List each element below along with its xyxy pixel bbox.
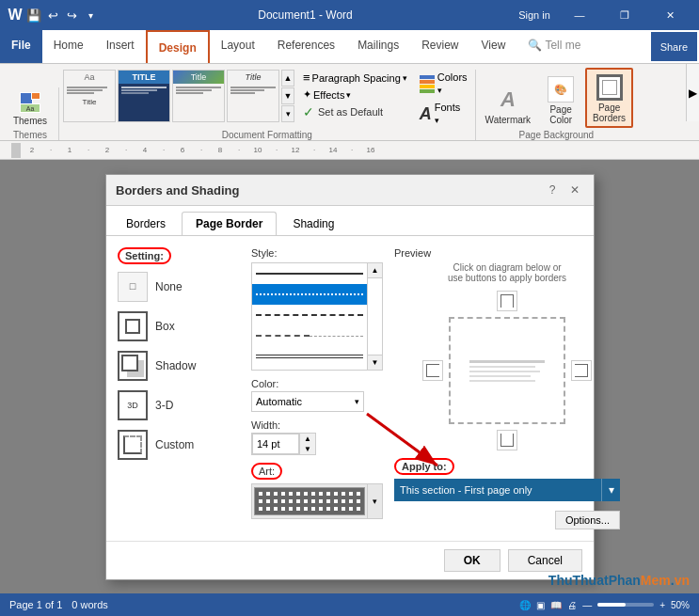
style-scroll-up[interactable]: ▲ bbox=[368, 263, 382, 278]
style-dashed[interactable] bbox=[252, 305, 367, 325]
paragraph-spacing-button[interactable]: ≡ Paragraph Spacing ▾ bbox=[300, 70, 410, 86]
style-dotted[interactable] bbox=[252, 284, 367, 305]
restore-button[interactable]: ❐ bbox=[603, 0, 646, 30]
color-select-container: Automatic ▾ bbox=[251, 391, 383, 412]
preview-right-button[interactable] bbox=[571, 360, 592, 381]
options-button[interactable]: Options... bbox=[555, 511, 620, 529]
setting-box[interactable]: Box bbox=[118, 311, 240, 341]
zoom-out-icon[interactable]: — bbox=[582, 600, 592, 610]
share-button[interactable]: Share bbox=[651, 32, 697, 61]
theme-item-plain[interactable]: Aa Title bbox=[63, 70, 116, 122]
page-borders-button[interactable]: PageBorders bbox=[585, 68, 633, 128]
zoom-slider[interactable] bbox=[597, 603, 654, 607]
setting-none[interactable]: ☐ None bbox=[118, 272, 240, 302]
ok-button[interactable]: OK bbox=[444, 549, 500, 572]
apply-to-select-container: This section - First page only ▾ bbox=[394, 479, 620, 501]
tab-tell-me[interactable]: 🔍 Tell me bbox=[516, 30, 592, 63]
set-as-default-button[interactable]: ✓ Set as Default bbox=[300, 103, 410, 120]
dialog-close-button[interactable]: ✕ bbox=[565, 181, 584, 199]
tab-borders[interactable]: Borders bbox=[112, 212, 180, 235]
ruler-marks: 2 · 1 · 2 · 4 · 6 · 8 · 10 · 12 · 14 · 1… bbox=[23, 146, 380, 154]
fonts-button[interactable]: A Fonts ▾ bbox=[416, 100, 471, 128]
minimize-button[interactable]: — bbox=[558, 0, 601, 30]
language-icon: 🌐 bbox=[519, 600, 531, 610]
preview-bottom-button[interactable] bbox=[497, 430, 517, 450]
tab-review[interactable]: Review bbox=[410, 30, 469, 63]
themes-button[interactable]: Aa Themes bbox=[8, 87, 53, 128]
redo-icon[interactable]: ↪ bbox=[64, 8, 79, 23]
save-icon[interactable]: 💾 bbox=[26, 8, 41, 23]
undo-icon[interactable]: ↩ bbox=[45, 8, 60, 23]
tab-design[interactable]: Design bbox=[146, 30, 210, 63]
watermark-icon: A bbox=[493, 85, 523, 115]
title-bar-right: Sign in — ❐ ✕ bbox=[513, 0, 691, 30]
style-list-container: ▲ ▼ bbox=[251, 262, 383, 371]
theme-item-3[interactable]: Title bbox=[172, 70, 225, 122]
color-select[interactable]: Automatic ▾ bbox=[251, 391, 364, 412]
tab-references[interactable]: References bbox=[266, 30, 346, 63]
width-decrease[interactable]: ▼ bbox=[300, 444, 315, 454]
setting-shadow[interactable]: Shadow bbox=[118, 351, 240, 381]
setting-none-icon: ☐ bbox=[118, 272, 148, 302]
title-bar-left: W 💾 ↩ ↪ ▾ bbox=[8, 8, 98, 23]
gallery-scroll-down[interactable]: ▼ bbox=[281, 87, 294, 104]
status-left: Page 1 of 1 0 words bbox=[9, 599, 108, 610]
zoom-level: 50% bbox=[671, 600, 690, 610]
title-bar: W 💾 ↩ ↪ ▾ Document1 - Word Sign in — ❐ ✕ bbox=[0, 0, 699, 30]
dialog-help-button[interactable]: ? bbox=[543, 181, 562, 199]
ribbon-scroll-right[interactable]: ▶ bbox=[686, 64, 699, 121]
watermark-button[interactable]: A Watermark bbox=[480, 82, 537, 128]
page-info: Page 1 of 1 bbox=[9, 599, 62, 610]
tab-mailings[interactable]: Mailings bbox=[346, 30, 410, 63]
cancel-button[interactable]: Cancel bbox=[508, 549, 582, 572]
tab-view[interactable]: View bbox=[470, 30, 517, 63]
apply-to-label: Apply to: bbox=[394, 458, 454, 475]
style-panel: Style: bbox=[251, 247, 383, 529]
gallery-scroll: ▲ ▼ ▾ bbox=[281, 70, 294, 122]
style-solid[interactable] bbox=[252, 263, 367, 284]
setting-box-icon bbox=[118, 311, 148, 341]
effects-button[interactable]: ✦ Effects ▾ bbox=[300, 87, 410, 102]
width-increase[interactable]: ▲ bbox=[300, 434, 315, 444]
style-scroll-down[interactable]: ▼ bbox=[368, 355, 382, 370]
preview-left-button[interactable] bbox=[422, 360, 443, 381]
word-app-icon[interactable]: W bbox=[8, 8, 23, 23]
style-double[interactable] bbox=[252, 346, 367, 367]
dialog-body: Setting: ☐ None Box bbox=[106, 236, 594, 541]
setting-3d[interactable]: 3D 3-D bbox=[118, 390, 240, 420]
colors-button[interactable]: Colors ▾ bbox=[416, 70, 471, 98]
width-row: Width: bbox=[251, 419, 383, 431]
color-dropdown-arrow: ▾ bbox=[355, 397, 359, 406]
document-title: Document1 - Word bbox=[98, 8, 513, 22]
gallery-expand[interactable]: ▾ bbox=[281, 105, 294, 122]
art-select[interactable]: ▾ bbox=[251, 483, 383, 519]
art-label: Art: bbox=[251, 463, 282, 480]
sign-in-button[interactable]: Sign in bbox=[513, 0, 556, 30]
theme-item-4[interactable]: Title bbox=[227, 70, 279, 122]
tab-home[interactable]: Home bbox=[42, 30, 95, 63]
style-list[interactable] bbox=[252, 263, 367, 370]
page-color-icon: 🎨 bbox=[546, 74, 576, 104]
tab-shading[interactable]: Shading bbox=[278, 212, 348, 235]
read-view-icon: 📖 bbox=[550, 600, 562, 610]
zoom-in-icon[interactable]: + bbox=[659, 600, 665, 610]
page-color-button[interactable]: 🎨 PageColor bbox=[540, 71, 581, 128]
apply-to-dropdown-arrow[interactable]: ▾ bbox=[601, 479, 620, 501]
formatting-extras: ≡ Paragraph Spacing ▾ ✦ Effects ▾ ✓ Set … bbox=[300, 70, 410, 120]
gallery-scroll-up[interactable]: ▲ bbox=[281, 70, 294, 87]
tab-page-border[interactable]: Page Border bbox=[182, 212, 277, 235]
theme-item-2[interactable]: TITLE bbox=[118, 70, 170, 122]
tab-file[interactable]: File bbox=[0, 30, 42, 63]
style-dashdot[interactable] bbox=[252, 325, 367, 346]
tab-insert[interactable]: Insert bbox=[95, 30, 146, 63]
tab-layout[interactable]: Layout bbox=[210, 30, 266, 63]
apply-to-select[interactable]: This section - First page only bbox=[394, 479, 601, 501]
setting-custom[interactable]: Custom bbox=[118, 430, 240, 460]
dialog-controls: ? ✕ bbox=[543, 181, 584, 199]
print-view-icon: 🖨 bbox=[567, 600, 577, 610]
width-input[interactable]: 14 pt bbox=[252, 434, 299, 454]
style-scrollbar: ▲ ▼ bbox=[367, 263, 382, 370]
preview-top-button[interactable] bbox=[497, 291, 517, 311]
customize-qs-icon[interactable]: ▾ bbox=[83, 8, 98, 23]
close-button[interactable]: ✕ bbox=[648, 0, 691, 30]
